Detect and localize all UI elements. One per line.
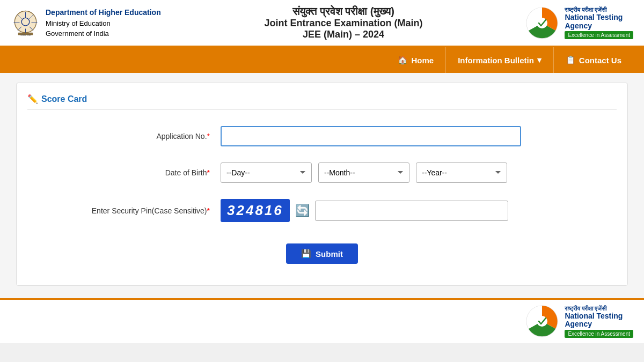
dob-day-select[interactable]: --Day-- [221, 162, 312, 183]
contact-us-label: Contact Us [579, 56, 621, 65]
captcha-image: 324816 [221, 199, 290, 222]
security-required-star: * [207, 206, 210, 215]
page-footer: राष्ट्रीय परीक्षा एजेंसी National Testin… [0, 298, 644, 343]
svg-text:सत्यमेव जयते: सत्यमेव जयते [20, 34, 31, 36]
footer-nta-tagline: Excellence in Assessment [565, 330, 633, 338]
ashoka-emblem-icon: सत्यमेव जयते [11, 8, 40, 38]
info-bulletin-label: Information Bulletin [458, 56, 534, 65]
dob-row: Date of Birth* --Day-- --Month-- --Year-… [27, 162, 617, 183]
main-navbar: 🏠 Home Information Bulletin ▾ 📋 Contact … [0, 47, 644, 73]
dept-name: Department of Higher Education [46, 7, 161, 18]
footer-nta-logo: राष्ट्रीय परीक्षा एजेंसी National Testin… [526, 305, 633, 338]
dob-year-select[interactable]: --Year-- [416, 162, 507, 183]
footer-nta-circle-icon [526, 305, 558, 337]
govt-text: Department of Higher Education Ministry … [46, 7, 161, 39]
footer-nta-text: राष्ट्रीय परीक्षा एजेंसी National Testin… [565, 305, 633, 338]
captcha-input[interactable] [315, 201, 508, 221]
ministry-name: Ministry of Education [46, 18, 161, 29]
page-header: सत्यमेव जयते Department of Higher Educat… [0, 0, 644, 47]
dob-label: Date of Birth* [38, 168, 221, 177]
nta-english-text: National Testing Agency [565, 13, 623, 30]
nta-text: राष्ट्रीय परीक्षा एजेंसी National Testin… [565, 6, 633, 39]
application-no-input[interactable] [221, 126, 521, 146]
card-header: ✏️ Score Card [27, 94, 617, 110]
nta-logo: राष्ट्रीय परीक्षा एजेंसी National Testin… [526, 6, 633, 39]
dob-month-select[interactable]: --Month-- [318, 162, 409, 183]
year-title: JEE (Main) – 2024 [161, 29, 526, 40]
contact-icon: 📋 [566, 55, 576, 65]
security-pin-row: Enter Security Pin(Case Sensitive)* 3248… [27, 199, 617, 222]
submit-icon: 💾 [301, 249, 311, 258]
card-title: Score Card [41, 94, 87, 104]
contact-us-nav-item[interactable]: 📋 Contact Us [554, 47, 633, 73]
submit-label: Submit [316, 249, 343, 258]
exam-title-section: संयुक्त प्रवेश परीक्षा (मुख्य) Joint Ent… [161, 5, 526, 40]
security-pin-label: Enter Security Pin(Case Sensitive)* [38, 206, 221, 215]
english-title: Joint Entrance Examination (Main) [161, 18, 526, 29]
nta-circle-icon [526, 7, 558, 39]
captcha-block: 324816 🔄 [221, 199, 508, 222]
main-content: ✏️ Score Card Application No.* Date of B… [0, 73, 644, 298]
home-nav-item[interactable]: 🏠 Home [386, 47, 446, 73]
submit-row: 💾 Submit [27, 238, 617, 275]
application-no-row: Application No.* [27, 126, 617, 146]
score-card-form: ✏️ Score Card Application No.* Date of B… [16, 83, 628, 286]
home-icon: 🏠 [398, 55, 408, 65]
refresh-captcha-icon[interactable]: 🔄 [295, 204, 310, 218]
info-bulletin-nav-item[interactable]: Information Bulletin ▾ [446, 47, 554, 73]
home-label: Home [411, 56, 434, 65]
nta-tagline: Excellence in Assessment [565, 31, 633, 39]
hindi-title: संयुक्त प्रवेश परीक्षा (मुख्य) [161, 5, 526, 18]
dob-required-star: * [207, 168, 210, 177]
govt-logo-section: सत्यमेव जयते Department of Higher Educat… [11, 7, 161, 39]
dob-selects: --Day-- --Month-- --Year-- [221, 162, 507, 183]
chevron-down-icon: ▾ [537, 55, 541, 65]
submit-button[interactable]: 💾 Submit [286, 243, 358, 264]
country-name: Government of India [46, 28, 161, 39]
required-star: * [207, 132, 210, 141]
nta-logo-section: राष्ट्रीय परीक्षा एजेंसी National Testin… [526, 6, 633, 39]
edit-icon: ✏️ [27, 94, 38, 104]
application-no-label: Application No.* [38, 132, 221, 141]
footer-nta-english: National Testing Agency [565, 312, 623, 329]
